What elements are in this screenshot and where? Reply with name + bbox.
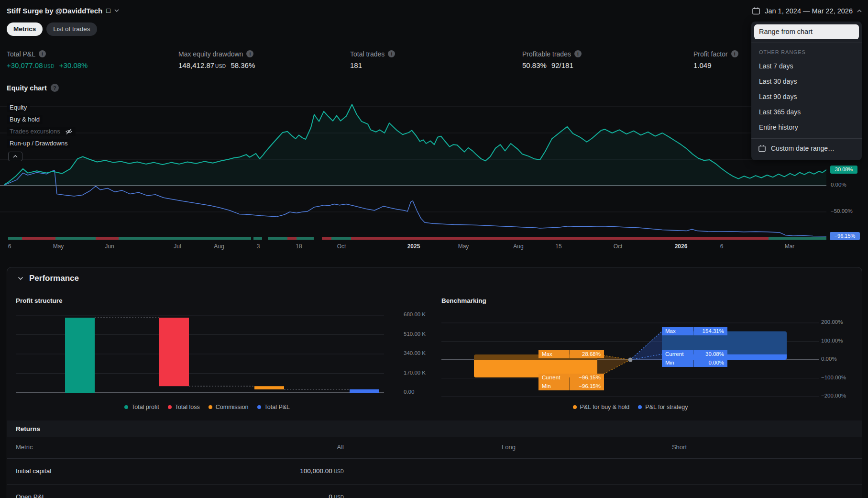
- strategy-title-emoji-placeholder: □: [106, 7, 110, 14]
- table-row-open-p-l: Open P&L0USD: [7, 484, 862, 498]
- legend-label: Commission: [216, 404, 249, 410]
- legend-item-p-l-for-buy-hold[interactable]: P&L for buy & hold: [573, 404, 630, 410]
- legend-dot: [257, 405, 261, 409]
- legend-item-total-profit[interactable]: Total profit: [124, 404, 159, 410]
- dropdown-item-last-365-days[interactable]: Last 365 days: [751, 104, 862, 120]
- profit-structure-title: Profit structure: [16, 297, 63, 304]
- calendar-icon: [752, 7, 760, 15]
- dropdown-item-last-7-days[interactable]: Last 7 days: [751, 58, 862, 74]
- metric-total-p-l: Total P&Li+30,077.08USD+30.08%: [7, 49, 150, 69]
- dropdown-item-custom-date-range[interactable]: Custom date range…: [751, 139, 862, 158]
- trade-direction-strip: [119, 237, 251, 240]
- bar-total-profit: [65, 318, 95, 393]
- metric-total-trades: Total tradesi181: [350, 49, 494, 69]
- metric-main-value: +30,077.08: [7, 61, 43, 69]
- info-icon[interactable]: i: [731, 50, 738, 57]
- table-row-initial-capital: Initial capital100,000.00USD: [7, 458, 862, 485]
- dropdown-section-label: OTHER RANGES: [751, 43, 862, 58]
- profit-structure-legend: Total profitTotal lossCommissionTotal P&…: [16, 403, 398, 411]
- marker-label: Max: [662, 327, 693, 335]
- metric-extra-value: +30.08%: [59, 61, 88, 69]
- help-icon[interactable]: ?: [51, 84, 59, 92]
- marker-badge-p-l-for-buy-hold-current: Current−96.15%: [538, 374, 604, 382]
- strategy-title-control[interactable]: Stiff Surge by @DaviddTech □: [7, 5, 119, 16]
- equity-x-axis: 6MayJunJulAug318Oct2025MayAug15Oct20266M…: [0, 243, 826, 251]
- y-axis-label: −100.00%: [821, 375, 846, 382]
- equity-legend-trades-excursions[interactable]: Trades excursions: [7, 127, 76, 136]
- trade-direction-strip: [268, 237, 287, 240]
- column-header-all: All: [248, 443, 344, 451]
- marker-value: −96.15%: [570, 382, 604, 390]
- metric-label: Total P&Li: [7, 49, 150, 58]
- legend-item-commission[interactable]: Commission: [209, 404, 249, 410]
- last-value-badge-equity: 30.08%: [830, 166, 857, 174]
- column-header-short: Short: [591, 443, 687, 451]
- legend-label: Buy & hold: [10, 116, 40, 123]
- marker-label: Current: [662, 350, 693, 358]
- info-icon[interactable]: i: [246, 50, 253, 57]
- marker-badge-p-l-for-strategy-current: Current30.08%: [662, 350, 727, 358]
- equity-legend-equity[interactable]: Equity: [7, 103, 30, 112]
- x-axis-label: 6: [720, 243, 724, 250]
- y-axis-label: −50.00%: [831, 208, 853, 216]
- dropdown-item-entire-history[interactable]: Entire history: [751, 120, 862, 135]
- y-axis-label: 340.00 K: [404, 350, 426, 358]
- equity-legend-run-up-drawdowns[interactable]: Run-up / Drawdowns: [7, 139, 70, 148]
- equity-chart-canvas[interactable]: [0, 96, 826, 244]
- marker-label: Min: [662, 359, 693, 367]
- metric-unit: USD: [44, 64, 55, 69]
- info-icon[interactable]: i: [39, 50, 46, 57]
- eye-off-icon[interactable]: [65, 128, 73, 135]
- tab-metrics[interactable]: Metrics: [7, 22, 43, 36]
- equity-area-fill: [4, 104, 826, 186]
- date-range-control[interactable]: Jan 1, 2024 — Mar 22, 2026: [752, 5, 862, 17]
- legend-item-total-loss[interactable]: Total loss: [168, 404, 200, 410]
- legend-dot: [124, 405, 128, 409]
- equity-legend-buy-hold[interactable]: Buy & hold: [7, 115, 43, 124]
- column-header-metric: Metric: [16, 443, 33, 451]
- equity-chart-header: Equity chart ?: [7, 84, 59, 92]
- value-unit: USD: [334, 469, 344, 474]
- trade-direction-strip: [22, 237, 55, 240]
- marker-badge-p-l-for-buy-hold-max: Max28.68%: [538, 350, 604, 358]
- trade-direction-strip: [96, 237, 119, 240]
- chevron-down-icon[interactable]: [18, 277, 23, 280]
- x-axis-label: Oct: [614, 243, 623, 250]
- marker-value: 0.00%: [693, 359, 727, 367]
- last-value-badge-buy-hold: −96.15%: [830, 232, 860, 240]
- dropdown-item-range-from-chart[interactable]: Range from chart: [754, 24, 859, 39]
- collapse-legend-button[interactable]: [8, 152, 22, 161]
- metric-value: 50.83%92/181: [522, 61, 666, 69]
- x-axis-label: Aug: [513, 243, 523, 250]
- tab-list-of-trades[interactable]: List of trades: [46, 22, 97, 36]
- trade-direction-strip: [297, 237, 314, 240]
- legend-label: Total P&L: [264, 404, 290, 410]
- benchmarking-legend: P&L for buy & holdP&L for strategy: [441, 403, 819, 411]
- equity-chart-title: Equity chart: [7, 84, 47, 92]
- dropdown-item-label: Custom date range…: [771, 144, 835, 152]
- legend-label: Equity: [10, 104, 27, 111]
- value-number: 0: [329, 493, 332, 498]
- y-axis-label: 0.00%: [821, 356, 837, 364]
- marker-value: −96.15%: [570, 374, 604, 382]
- info-icon[interactable]: i: [388, 50, 395, 57]
- y-axis-label: 200.00%: [821, 319, 843, 327]
- metric-label-text: Total trades: [350, 50, 385, 58]
- trade-direction-strip: [55, 237, 96, 240]
- trade-direction-strip: [769, 237, 826, 240]
- info-icon[interactable]: i: [574, 50, 582, 57]
- metric-profitable-trades: Profitable tradesi50.83%92/181: [522, 49, 666, 69]
- benchmarking-chart[interactable]: Max28.68%Current−96.15%Min−96.15%Max154.…: [441, 310, 819, 401]
- value-unit: USD: [334, 495, 344, 498]
- calendar-icon: [758, 144, 766, 153]
- trade-direction-strip: [8, 237, 22, 240]
- dropdown-item-last-90-days[interactable]: Last 90 days: [751, 89, 862, 104]
- dropdown-item-last-30-days[interactable]: Last 30 days: [751, 74, 862, 89]
- metric-name: Initial capital: [16, 467, 51, 475]
- legend-item-p-l-for-strategy[interactable]: P&L for strategy: [638, 404, 688, 410]
- profit-structure-chart[interactable]: [16, 310, 398, 395]
- marker-label: Current: [538, 374, 570, 382]
- column-header-long: Long: [420, 443, 516, 451]
- legend-item-total-p-l[interactable]: Total P&L: [257, 404, 290, 410]
- metric-label: Profitable tradesi: [522, 49, 666, 58]
